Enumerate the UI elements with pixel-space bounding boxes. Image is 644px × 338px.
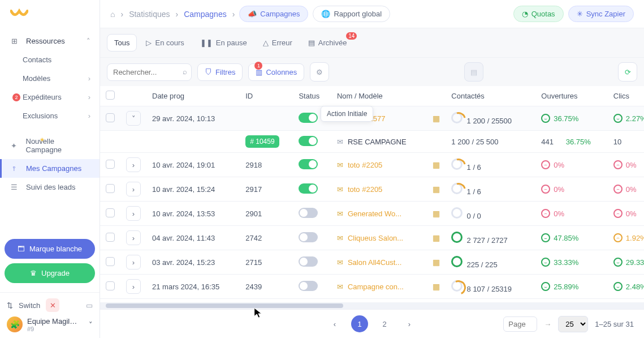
status-toggle[interactable] [299,183,318,194]
campaign-link[interactable]: Campagne con... [348,283,404,291]
page-1[interactable]: 1 [351,315,368,332]
page-prev[interactable]: ‹ [326,315,343,332]
expand-button[interactable]: › [126,279,141,294]
col-nom[interactable]: Nom / Modèle [331,86,427,106]
close-icon[interactable]: ✕ [46,298,59,312]
chevron-up-icon: ˄ [87,37,90,45]
horizontal-scrollbar[interactable] [100,302,644,309]
clics-pct: 0% [626,209,637,218]
filtres-button[interactable]: ⛉Filtres [197,63,243,81]
status-toggle[interactable] [299,136,318,146]
template-icon[interactable]: ▦ [433,282,440,291]
spark-icon: ✳ [577,10,583,18]
col-contactes[interactable]: Contactés [446,86,535,106]
campaign-link[interactable]: toto #2205 [348,161,382,169]
campaign-name[interactable]: RSE CAMPAGNE [348,138,407,146]
row-checkbox[interactable] [106,208,115,217]
status-toggle[interactable] [299,281,318,291]
expand-button[interactable]: › [126,255,141,269]
archive-selected-button[interactable]: ▤ [464,62,483,82]
progress-ring [451,256,463,267]
face-icon: ⌢ [613,160,623,169]
expand-button[interactable]: › [126,182,141,196]
sidebar-exclusions[interactable]: Exclusions› [0,106,100,125]
clics-pct: 2.27% [626,114,644,123]
campaign-link[interactable]: Salon All4Cust... [348,258,401,267]
tab-erreur[interactable]: △Erreur [256,35,299,51]
row-checkbox[interactable] [106,233,115,242]
row-checkbox[interactable] [106,184,115,193]
sync-zapier-button[interactable]: ✳Sync Zapier [568,6,634,22]
date-value: 10 avr. 2024, 15:24 [146,177,240,202]
status-toggle[interactable] [299,208,318,218]
campagnes-button[interactable]: 📣Campagnes [239,6,308,22]
tab-archivee[interactable]: ▤Archivée14 [301,35,354,51]
page-size-select[interactable]: 25 [558,316,588,332]
row-checkbox[interactable] [106,281,115,290]
expand-button[interactable]: › [126,206,141,221]
row-checkbox[interactable] [106,113,115,122]
row-checkbox[interactable] [106,160,115,169]
template-icon[interactable]: ▦ [433,233,440,242]
date-value: 29 avr. 2024, 10:13 [146,106,240,131]
col-clics[interactable]: Clics [608,86,644,106]
page-input[interactable] [503,316,537,332]
template-icon[interactable]: ▦ [433,209,440,218]
campaign-link[interactable]: Cliqueus Salon... [348,234,403,242]
switch-label[interactable]: Switch [19,301,40,310]
chat-icon[interactable]: ▭ [86,301,93,310]
select-all-checkbox[interactable] [106,91,115,100]
sidebar-contacts[interactable]: Contacts [0,50,100,69]
id-value: 2918 [240,153,293,177]
marque-blanche-button[interactable]: 🗔Marque blanche [5,239,95,259]
switch-icon[interactable]: ⇅ [7,301,13,310]
id-value: 2917 [240,177,293,202]
col-ouvertures[interactable]: Ouvertures [535,86,608,106]
rapport-global-button[interactable]: 🌐Rapport global [313,6,390,22]
col-id[interactable]: ID [240,86,293,106]
tab-en-cours[interactable]: ▷En cours [139,35,191,51]
tab-en-pause[interactable]: ❚❚En pause [193,35,254,51]
briefcase-icon: 🗔 [18,245,25,253]
upgrade-button[interactable]: ♛Upgrade [5,263,95,283]
home-icon[interactable]: ⌂ [110,10,115,19]
sidebar-suivi-leads[interactable]: ☰ Suivi des leads [0,178,100,196]
contacts-value: 0 / 0 [467,212,481,220]
expand-button[interactable]: › [126,230,141,245]
sidebar-mes-campagnes[interactable]: ⫯ Mes Campagnes [0,159,100,178]
sidebar-ressources[interactable]: ⊞ Ressources ˄ [0,32,100,50]
col-date[interactable]: Date prog [146,86,240,106]
col-status[interactable]: Status [293,86,331,106]
row-checkbox[interactable] [106,257,115,266]
sidebar-expediteurs[interactable]: 2 Expéditeurs› [0,88,100,106]
chevron-right-icon: › [88,93,90,101]
crumb-stats[interactable]: Statistiques [129,10,170,19]
template-icon[interactable]: ▦ [433,160,440,169]
settings-button[interactable]: ⚙ [310,62,329,82]
archive-icon: ▤ [470,68,477,76]
status-toggle[interactable] [299,159,318,169]
search-input[interactable]: ⌕ [107,63,192,81]
template-icon[interactable]: ▦ [433,258,440,267]
campaign-link[interactable]: toto #2205 [348,185,382,194]
page-2[interactable]: 2 [376,315,393,332]
colonnes-button[interactable]: 1▥Colonnes [248,63,304,81]
tab-tous[interactable]: Tous [107,34,137,52]
sidebar-modeles[interactable]: Modèles› [0,69,100,88]
quotas-button[interactable]: ◔Quotas [513,6,564,22]
refresh-button[interactable]: ⟳ [618,62,637,82]
status-toggle[interactable] [299,232,318,242]
breadcrumb: ⌂ › Statistiques › Campagnes › [110,10,235,19]
status-toggle[interactable] [299,113,318,123]
page-range: 1–25 sur 31 [595,320,634,328]
status-toggle[interactable] [299,256,318,267]
page-next[interactable]: › [401,315,418,332]
team-selector[interactable]: 🧩 Equipe Magile... #9 ˅ [7,316,93,332]
expand-button[interactable]: ˅ [126,111,141,126]
campaign-link[interactable]: Generated Wo... [348,209,401,218]
sidebar-nouvelle-campagne[interactable]: ✦ ★ Nouvelle Campagne [0,132,100,159]
expand-button[interactable]: › [126,157,141,172]
template-icon[interactable]: ▦ [433,185,440,194]
megaphone-icon: 📣 [248,10,257,18]
template-icon[interactable]: ▦ [433,114,440,123]
